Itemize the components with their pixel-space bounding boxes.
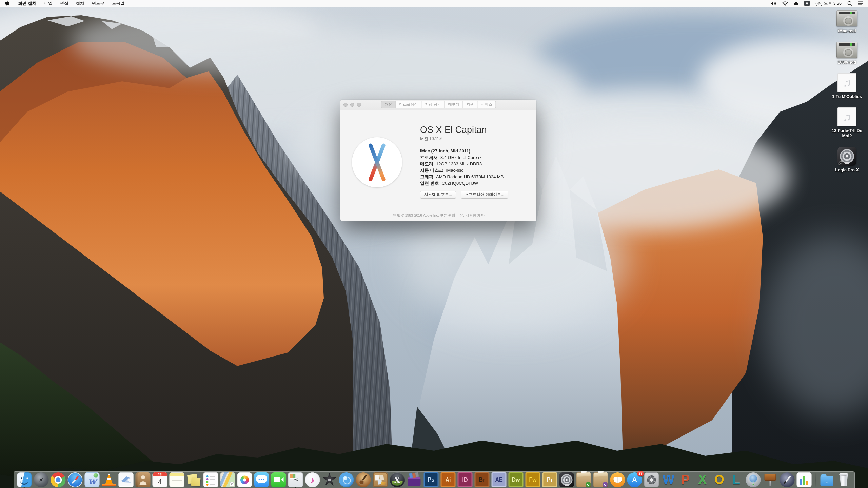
tab-displays[interactable]: 디스플레이 — [396, 101, 421, 108]
keynote-dock-icon[interactable] — [763, 472, 778, 487]
photos-dock-icon[interactable] — [237, 472, 252, 487]
numbers-dock-icon[interactable] — [797, 472, 812, 487]
premiere-dock-icon[interactable]: Pr — [542, 472, 557, 487]
zoom-button[interactable] — [357, 103, 361, 107]
apple-icon — [5, 0, 9, 7]
menu-item-5[interactable]: 도움말 — [108, 0, 129, 7]
os-x-logo-icon — [352, 137, 402, 187]
calendar-month: 3월 — [153, 472, 167, 476]
vlc-dock-icon[interactable] — [102, 472, 117, 487]
microsoft-powerpoint-dock-icon[interactable]: P — [678, 472, 693, 487]
pages-dock-icon[interactable] — [780, 472, 795, 487]
mail-dock-icon[interactable] — [119, 472, 134, 487]
dock: w3월4…✂♪XPsAiIDBrAEDwFwPrGGA27WPXOL↓↓ — [14, 471, 855, 488]
window-titlebar[interactable]: 개요디스플레이저장 공간메모리지원서비스 — [340, 100, 536, 110]
notification-center-icon[interactable] — [858, 1, 864, 5]
desktop-item-label: iMac-ssd — [838, 28, 856, 34]
illustrator-glyph: Ai — [442, 473, 455, 486]
desktop-item-label: 1000-hdd — [838, 60, 856, 65]
menu-app-name[interactable]: 화면 캡처 — [15, 0, 40, 7]
stuffit-green-dock-icon[interactable]: G — [576, 472, 591, 487]
finder-dock-icon[interactable] — [17, 472, 32, 487]
ibooks-dock-icon[interactable] — [610, 472, 625, 487]
calendar-dock-icon[interactable]: 3월4 — [153, 472, 167, 487]
illustrator-dock-icon[interactable]: Ai — [441, 472, 456, 487]
premiere-glyph: Pr — [544, 473, 556, 486]
os-x-app-dock-icon[interactable]: X — [390, 472, 405, 487]
microsoft-excel-dock-icon[interactable]: X — [695, 472, 710, 487]
eject-icon[interactable] — [794, 1, 798, 5]
minimize-button[interactable] — [350, 103, 354, 107]
menu-item-1[interactable]: 파일 — [40, 0, 56, 7]
tab-service[interactable]: 서비스 — [478, 101, 496, 108]
bridge-dock-icon[interactable]: Br — [475, 472, 490, 487]
screen-capture-dock-icon[interactable]: ✂ — [288, 472, 303, 487]
messages-dock-icon[interactable]: … — [254, 472, 269, 487]
contacts-dock-icon[interactable] — [136, 472, 151, 487]
desktop-item-1-tu-m-oublies[interactable]: ♫1 Tu M'Oublies — [828, 73, 866, 99]
launchpad-dock-icon[interactable] — [34, 472, 49, 487]
license-agreement-link[interactable]: 사용권 계약 — [466, 213, 484, 217]
logic-alias-icon: ↗ — [837, 147, 856, 166]
downloads-folder-dock-icon[interactable]: ↓ — [820, 472, 834, 487]
dreamweaver-dock-icon[interactable]: Dw — [509, 472, 524, 487]
idvd-dock-icon[interactable] — [339, 472, 354, 487]
desktop-item-12-parle-t-il-de-moi[interactable]: ♫12 Parle-T-Il De Moi? — [828, 107, 866, 139]
os-title: OS X El Capitan — [420, 125, 530, 135]
after-effects-dock-icon[interactable]: AE — [492, 472, 507, 487]
google-chrome-dock-icon[interactable] — [51, 472, 66, 487]
app-store-dock-icon[interactable]: A27 — [627, 472, 642, 487]
photoshop-dock-icon[interactable]: Ps — [424, 472, 439, 487]
itunes-dock-icon[interactable]: ♪ — [305, 472, 320, 487]
fireworks-dock-icon[interactable]: Fw — [526, 472, 540, 487]
facetime-dock-icon[interactable] — [271, 472, 286, 487]
close-button[interactable] — [343, 103, 348, 107]
stuffit-purple-dock-icon[interactable]: G — [593, 472, 608, 487]
microsoft-lync-dock-icon[interactable]: L — [729, 472, 744, 487]
reminders-dock-icon[interactable] — [203, 472, 218, 487]
tab-memory[interactable]: 메모리 — [445, 101, 463, 108]
menu-item-2[interactable]: 편집 — [56, 0, 72, 7]
notes-dock-icon[interactable] — [170, 472, 184, 487]
tab-overview[interactable]: 개요 — [381, 101, 396, 108]
garageband-dock-icon[interactable] — [356, 472, 371, 487]
input-source-icon[interactable]: A — [804, 1, 810, 6]
apple-menu[interactable] — [0, 0, 15, 7]
maps-dock-icon[interactable] — [220, 472, 235, 487]
web-w-app-dock-icon[interactable]: w — [85, 472, 100, 487]
drive-icon — [836, 10, 857, 26]
toast-dock-icon[interactable] — [407, 472, 422, 487]
desktop-item-logic-pro-x[interactable]: ↗Logic Pro X — [828, 147, 866, 173]
web-downloader-glyph: ↓ — [746, 472, 761, 487]
indesign-glyph: ID — [459, 473, 472, 486]
wifi-icon[interactable] — [782, 1, 788, 6]
logic-pro-x-dock-icon[interactable] — [559, 472, 574, 487]
tab-support[interactable]: 지원 — [463, 101, 478, 108]
imovie-dock-icon[interactable] — [322, 472, 337, 487]
badge-letter: G — [603, 482, 608, 487]
about-tabs: 개요디스플레이저장 공간메모리지원서비스 — [381, 101, 496, 108]
software-update-button[interactable]: 소프트웨어 업데이트... — [461, 191, 508, 199]
indesign-dock-icon[interactable]: ID — [458, 472, 473, 487]
desktop-item-1000-hdd[interactable]: 1000-hdd — [828, 42, 866, 65]
desktop-item-imac-ssd[interactable]: iMac-ssd — [828, 10, 866, 34]
menu-item-3[interactable]: 캡처 — [72, 0, 88, 7]
microsoft-word-dock-icon[interactable]: W — [661, 472, 676, 487]
menu-bar-clock[interactable]: (수) 오후 3:36 — [815, 1, 842, 6]
safari-dock-icon[interactable] — [68, 472, 83, 487]
traffic-lights — [343, 103, 361, 107]
volume-icon[interactable] — [771, 1, 776, 6]
trash-dock-icon[interactable] — [836, 472, 851, 487]
system-report-button[interactable]: 시스템 리포트... — [420, 191, 456, 199]
system-preferences-dock-icon[interactable] — [644, 472, 659, 487]
itunes-glyph: ♪ — [305, 472, 320, 487]
stickies-dock-icon[interactable] — [186, 472, 201, 487]
microsoft-outlook-dock-icon[interactable]: O — [712, 472, 727, 487]
spotlight-icon[interactable] — [847, 1, 852, 6]
microsoft-word-glyph: W — [661, 472, 676, 487]
pinboard-app-dock-icon[interactable] — [373, 472, 388, 487]
menu-item-4[interactable]: 윈도우 — [88, 0, 108, 7]
web-downloader-dock-icon[interactable]: ↓ — [746, 472, 761, 487]
spec-row-4: 일련 번호C02HQ0CQDHJW — [420, 181, 530, 186]
tab-storage[interactable]: 저장 공간 — [421, 101, 445, 108]
